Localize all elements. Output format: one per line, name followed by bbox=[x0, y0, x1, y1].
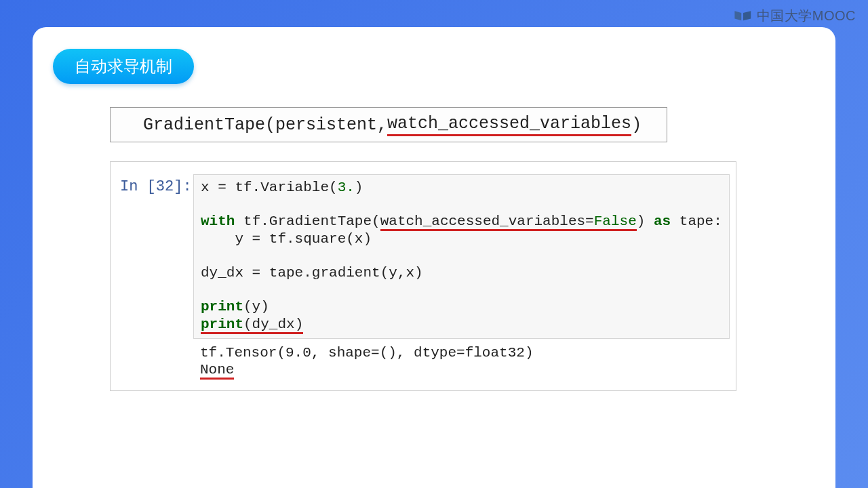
watermark-text: 中国大学MOOC bbox=[757, 7, 856, 25]
code-area: x = tf.Variable(3.) with tf.GradientTape… bbox=[193, 174, 730, 339]
api-underlined: watch_accessed_variables bbox=[387, 114, 631, 136]
output-area: tf.Tensor(9.0, shape=(), dtype=float32) … bbox=[193, 339, 726, 378]
api-suffix: ) bbox=[631, 115, 642, 135]
mooc-logo-icon bbox=[734, 9, 753, 24]
api-prefix: GradientTape(persistent, bbox=[143, 115, 387, 135]
input-prompt: In [32]: bbox=[120, 174, 193, 195]
output-line-1: tf.Tensor(9.0, shape=(), dtype=float32) bbox=[200, 344, 719, 361]
output-line-2: None bbox=[200, 362, 234, 380]
watermark: 中国大学MOOC bbox=[734, 7, 856, 25]
section-title: 自动求导机制 bbox=[75, 57, 172, 75]
notebook-cell: In [32]: x = tf.Variable(3.) with tf.Gra… bbox=[110, 161, 736, 391]
input-row: In [32]: x = tf.Variable(3.) with tf.Gra… bbox=[120, 174, 726, 339]
api-signature-box: GradientTape(persistent,watch_accessed_v… bbox=[110, 107, 667, 142]
section-title-pill: 自动求导机制 bbox=[53, 49, 194, 84]
